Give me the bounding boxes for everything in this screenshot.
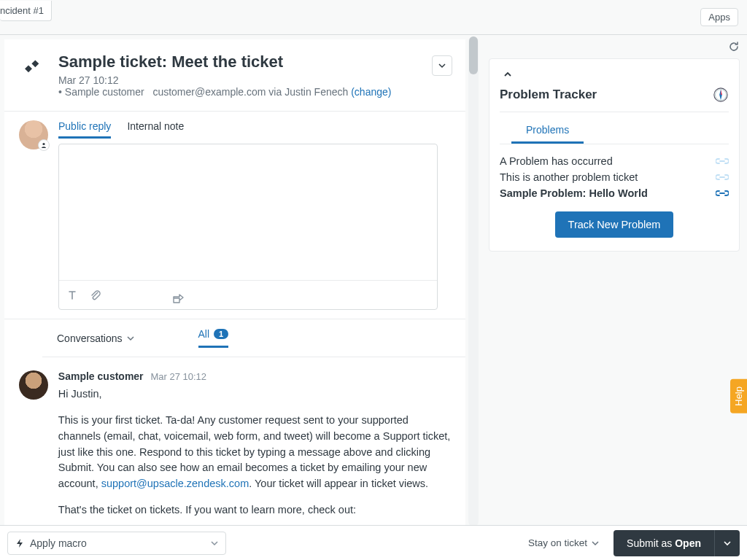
customer-avatar [19,370,48,400]
ticket-pane: Sample ticket: Meet the ticket Mar 27 10… [0,35,480,525]
apply-macro-dropdown[interactable]: Apply macro [7,532,226,555]
problem-row-active[interactable]: Sample Problem: Hello World [500,185,729,201]
link-icon [716,189,729,198]
panel-title: Problem Tracker [500,88,597,102]
refresh-icon[interactable] [728,41,740,52]
attachment-icon[interactable] [90,289,101,301]
agent-avatar [19,120,48,149]
apply-macro-label: Apply macro [30,537,87,549]
ticket-header: Sample ticket: Meet the ticket Mar 27 10… [4,39,465,112]
problem-label: A Problem has occurred [500,155,613,167]
conversations-dropdown[interactable]: Conversations [57,332,134,344]
support-email-link[interactable]: support@upsacle.zendesk.com [101,478,249,489]
ticket-title: Sample ticket: Meet the ticket [58,52,391,71]
chevron-down-icon [438,62,446,69]
filter-count-badge: 1 [214,329,228,339]
link-icon [716,157,729,166]
agent-badge-icon [38,139,50,151]
problem-tracker-panel: Problem Tracker Problems A Problem has o… [489,58,740,252]
tab-problems[interactable]: Problems [511,118,584,144]
track-new-problem-button[interactable]: Track New Problem [555,211,674,238]
problem-label: This is another problem ticket [500,171,638,183]
reply-editor[interactable] [58,144,438,310]
link-icon [716,173,729,182]
ticket-options-toggle[interactable] [432,55,452,76]
submit-dropdown-button[interactable] [714,530,740,556]
message-greeting: Hi Justin, [58,386,451,402]
chevron-down-icon [592,540,599,547]
message-paragraph-1: This is your first ticket. Ta-da! Any cu… [58,413,451,492]
problem-row[interactable]: A Problem has occurred [500,153,729,169]
stay-on-ticket-dropdown[interactable]: Stay on ticket [528,537,599,548]
tab-internal-note[interactable]: Internal note [127,120,184,139]
collapse-panel-button[interactable] [500,66,516,82]
tab-public-reply[interactable]: Public reply [58,120,111,139]
top-bar: ncident #1 Apps [0,0,747,35]
message-time: Mar 27 10:12 [150,371,206,382]
stay-label: Stay on ticket [528,537,587,548]
change-requester-link[interactable]: (change) [351,86,391,98]
extension-icon[interactable] [163,285,430,306]
requester-email: customer@example.com [152,86,266,98]
chevron-down-icon [211,540,218,547]
conversations-label: Conversations [57,332,123,344]
svg-rect-0 [25,65,32,72]
ticket-type-icon [19,52,48,82]
problem-row[interactable]: This is another problem ticket [500,169,729,185]
submit-button[interactable]: Submit as Open [614,530,714,556]
svg-rect-1 [31,60,39,67]
bolt-icon [15,538,24,548]
chevron-up-icon [503,70,512,79]
problem-label: Sample Problem: Hello World [500,187,648,199]
filter-all[interactable]: All 1 [198,328,229,348]
chevron-down-icon [127,335,134,342]
scrollbar[interactable] [468,36,479,525]
footer-bar: Apply macro Stay on ticket Submit as Ope… [0,525,747,560]
window-tab[interactable]: ncident #1 [0,1,52,21]
chevron-down-icon [724,540,731,547]
help-tab[interactable]: Help [730,379,747,413]
compass-icon [713,87,729,103]
filter-all-label: All [198,328,210,340]
message-paragraph-2: That's the ticket on tickets. If you wan… [58,502,451,518]
message-author: Sample customer [58,370,144,382]
apps-button[interactable]: Apps [700,8,738,26]
requester-name: • Sample customer [58,86,144,98]
svg-point-2 [42,143,44,145]
message: Sample customer Mar 27 10:12 Hi Justin, … [4,357,465,525]
via-text: via Justin Fenech [268,86,348,98]
ticket-timestamp: Mar 27 10:12 [58,74,119,86]
text-format-icon[interactable] [66,289,78,301]
apps-sidebar: Problem Tracker Problems A Problem has o… [480,35,747,525]
